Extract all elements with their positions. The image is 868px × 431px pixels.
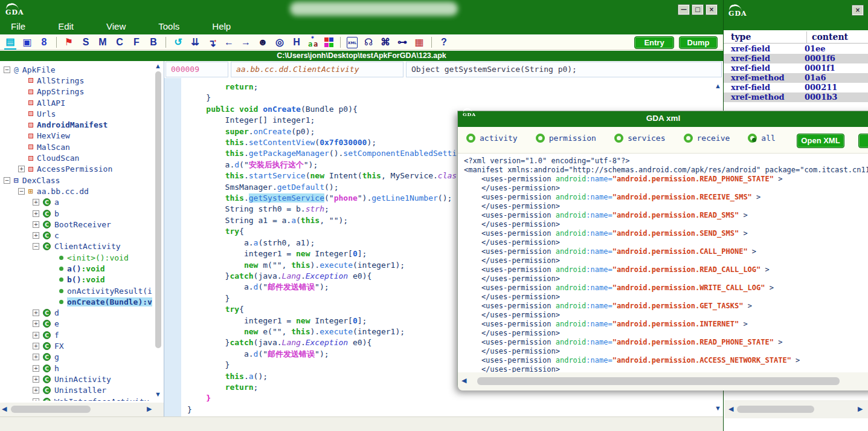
tree-item[interactable]: a():void	[0, 263, 164, 274]
dump-button[interactable]: Dump	[679, 36, 718, 49]
code-scroll-up-icon[interactable]: ▲	[715, 83, 721, 89]
expand-icon[interactable]: +	[33, 199, 39, 206]
tree-item[interactable]: AppStrings	[0, 86, 164, 97]
expand-icon[interactable]: +	[33, 210, 39, 217]
bytecode-view-icon[interactable]: B	[147, 36, 159, 49]
xref-row[interactable]: xref-method0001b3	[724, 92, 868, 102]
grid-icon[interactable]: ▦	[413, 36, 425, 49]
tree-item[interactable]: +CBootReceiver	[0, 219, 164, 230]
field-view-icon[interactable]: F	[130, 36, 143, 49]
xref-row[interactable]: xref-method01a6	[724, 73, 868, 83]
xref-hscroll-thumb[interactable]	[737, 406, 814, 413]
hex-view-icon[interactable]: H	[291, 36, 303, 49]
expand-icon[interactable]: +	[33, 332, 39, 339]
radio-selected-icon[interactable]	[748, 134, 757, 143]
tree-item[interactable]: +AccessPermission	[0, 164, 164, 175]
radio-permission[interactable]: permission	[536, 134, 596, 143]
tree-item[interactable]: +CUninstaller	[0, 385, 164, 396]
method-view-icon[interactable]: M	[97, 36, 109, 49]
xref-row[interactable]: xref-field0001f6	[724, 54, 868, 63]
radio-icon[interactable]	[614, 134, 623, 143]
tree-item[interactable]: −@ApkFile	[0, 64, 164, 75]
help-icon[interactable]: ?	[438, 36, 450, 49]
menu-view[interactable]: View	[104, 20, 128, 33]
colors-icon[interactable]	[324, 37, 334, 47]
radio-activity[interactable]: activity	[466, 134, 518, 143]
tree-item[interactable]: AllStrings	[0, 75, 164, 86]
collapse-icon[interactable]: −	[4, 66, 10, 73]
partial-button[interactable]	[858, 134, 868, 148]
entry-button[interactable]: Entry	[634, 36, 674, 49]
methods-jump-icon[interactable]: ⇊	[189, 36, 201, 49]
menu-edit[interactable]: Edit	[56, 20, 76, 33]
radio-icon[interactable]	[466, 134, 475, 143]
tree-item[interactable]: +Cd	[0, 308, 164, 319]
xml-hscroll-track[interactable]: ◀	[458, 372, 868, 390]
tree-item[interactable]: +Ce	[0, 319, 164, 329]
tree-item[interactable]: MalScan	[0, 141, 164, 152]
xml-hscroll-thumb[interactable]	[477, 377, 840, 385]
expand-icon[interactable]: +	[33, 309, 39, 316]
expand-icon[interactable]: +	[33, 365, 39, 372]
open-file-icon[interactable]: ▤	[4, 35, 16, 50]
tree-item[interactable]: −CClientActivity	[0, 241, 164, 252]
string-view-icon[interactable]: S	[80, 36, 92, 49]
tree-item[interactable]: +Cf	[0, 329, 164, 340]
tree-item[interactable]: +CFX	[0, 340, 164, 351]
collapse-icon[interactable]: −	[33, 243, 39, 250]
maximize-button[interactable]: □	[692, 5, 703, 15]
rename-strings-icon[interactable]: aa✱	[307, 36, 320, 48]
tree-scroll-left-icon[interactable]: ◀	[2, 406, 7, 412]
open-xml-button[interactable]: Open XML	[797, 134, 844, 148]
key-icon[interactable]: ⊶	[396, 36, 408, 49]
tree-item[interactable]: onCreate(Bundle):v	[0, 296, 164, 307]
close-button[interactable]: ×	[706, 5, 717, 15]
xref-scroll-right-icon[interactable]: ▶	[858, 406, 863, 412]
tree-item[interactable]: +CWebInterfaceActivity	[0, 396, 164, 401]
tree-item[interactable]: AllAPI	[0, 97, 164, 108]
tree-item[interactable]: −⊟DexClass	[0, 175, 164, 186]
collapse-icon[interactable]: −	[18, 188, 25, 195]
expand-icon[interactable]: +	[33, 387, 39, 394]
nav-back-icon[interactable]: ←	[223, 36, 235, 49]
tree-scroll-right-icon[interactable]: ▶	[147, 406, 152, 412]
tree-item[interactable]: +Cc	[0, 230, 164, 241]
radio-all[interactable]: all	[748, 134, 775, 143]
shortcut-icon[interactable]: ⌘	[379, 36, 391, 49]
radio-receive[interactable]: receive	[684, 134, 730, 143]
history-icon[interactable]: ↺	[172, 36, 184, 49]
tree-item[interactable]: CloudScan	[0, 152, 164, 163]
expand-icon[interactable]: +	[33, 376, 39, 383]
xml-viewer-icon[interactable]: XML	[347, 37, 358, 48]
expand-icon[interactable]: +	[33, 221, 39, 228]
tree-item[interactable]: onActivityResult(i	[0, 285, 164, 296]
tree-item[interactable]: b():void	[0, 274, 164, 285]
tree-item[interactable]: AndroidManifest	[0, 119, 164, 130]
expand-icon[interactable]: +	[33, 320, 39, 327]
expand-icon[interactable]: +	[18, 166, 25, 172]
tree-item[interactable]: <init>():void	[0, 252, 164, 263]
nav-forward-icon[interactable]: →	[240, 36, 252, 49]
minimize-button[interactable]: —	[678, 5, 689, 15]
radio-icon[interactable]	[684, 134, 693, 143]
expand-icon[interactable]: +	[33, 232, 39, 239]
android-robot-icon[interactable]: ☊	[362, 36, 375, 49]
save-icon[interactable]: ▣	[21, 36, 33, 49]
expand-icon[interactable]: +	[33, 354, 39, 360]
xref-close-button[interactable]: ×	[852, 5, 863, 15]
tree-item[interactable]: +Ch	[0, 363, 164, 374]
xref-row[interactable]: xref-field000211	[724, 83, 868, 92]
menu-tools[interactable]: Tools	[156, 20, 182, 33]
tree-scroll-up-icon[interactable]: ▲	[155, 63, 161, 70]
android-head-icon[interactable]: ☻	[257, 36, 269, 49]
xml-scroll-left-icon[interactable]: ◀	[461, 377, 466, 384]
menu-help[interactable]: Help	[210, 20, 233, 33]
tree-item[interactable]: +Ca	[0, 197, 164, 208]
tree-hscroll-thumb[interactable]	[11, 406, 91, 413]
tree-vscroll-thumb[interactable]	[155, 71, 161, 348]
radio-icon[interactable]	[536, 134, 545, 143]
tree-item[interactable]: HexView	[0, 131, 164, 141]
expand-icon[interactable]: +	[33, 398, 39, 401]
tree-item[interactable]: +Cb	[0, 208, 164, 219]
class-view-icon[interactable]: C	[114, 36, 126, 49]
